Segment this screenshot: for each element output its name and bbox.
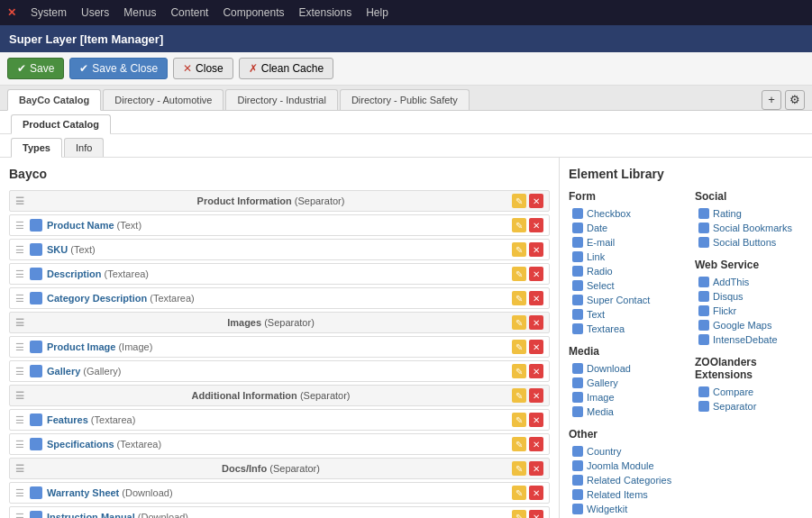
delete-separator-button[interactable]: ✕ bbox=[529, 388, 543, 403]
lib-item[interactable]: Checkbox bbox=[569, 206, 677, 221]
lib-item[interactable]: Country bbox=[569, 444, 677, 459]
subtab-product-catalog[interactable]: Product Catalog bbox=[11, 114, 111, 134]
save-button[interactable]: ✔ Save bbox=[7, 58, 64, 79]
edit-field-button[interactable]: ✎ bbox=[512, 267, 526, 281]
left-panel: Bayco ☰ Product Information (Separator) … bbox=[0, 158, 560, 518]
edit-field-button[interactable]: ✎ bbox=[512, 486, 526, 500]
lib-item[interactable]: Media bbox=[569, 404, 677, 419]
edit-field-button[interactable]: ✎ bbox=[512, 437, 526, 451]
close-button[interactable]: ✕ Close bbox=[173, 58, 233, 79]
drag-handle-icon: ☰ bbox=[15, 366, 24, 377]
drag-handle-icon: ☰ bbox=[15, 390, 24, 402]
delete-separator-button[interactable]: ✕ bbox=[529, 461, 543, 476]
lib-item[interactable]: Gallery bbox=[569, 376, 677, 390]
lib-item[interactable]: Link bbox=[569, 250, 677, 264]
edit-field-button[interactable]: ✎ bbox=[512, 510, 526, 518]
field-name: Product Name bbox=[47, 220, 114, 231]
lib-item[interactable]: Related Items bbox=[569, 487, 677, 502]
lib-item[interactable]: Google Maps bbox=[695, 318, 803, 332]
separator-label: Docs/Info (Separator) bbox=[30, 463, 512, 474]
edit-field-button[interactable]: ✎ bbox=[512, 242, 526, 257]
delete-field-button[interactable]: ✕ bbox=[529, 218, 543, 232]
lib-item-label: Text bbox=[587, 309, 605, 320]
lib-item[interactable]: Compare bbox=[695, 385, 803, 399]
lib-item[interactable]: Textarea bbox=[569, 322, 677, 336]
menu-menus[interactable]: Menus bbox=[123, 6, 156, 19]
lib-item[interactable]: Date bbox=[569, 221, 677, 235]
delete-field-button[interactable]: ✕ bbox=[529, 242, 543, 257]
lib-item[interactable]: Text bbox=[569, 307, 677, 322]
tab-bayco-catalog[interactable]: BayCo Catalog bbox=[7, 89, 101, 111]
lib-item-icon bbox=[572, 446, 583, 457]
edit-separator-button[interactable]: ✎ bbox=[512, 461, 526, 476]
delete-field-button[interactable]: ✕ bbox=[529, 267, 543, 281]
lib-item[interactable]: Super Contact bbox=[569, 293, 677, 307]
delete-separator-button[interactable]: ✕ bbox=[529, 315, 543, 330]
lib-item[interactable]: Disqus bbox=[695, 289, 803, 304]
lib-item[interactable]: Widgetkit bbox=[569, 502, 677, 516]
menu-extensions[interactable]: Extensions bbox=[298, 6, 351, 19]
lib-item-label: IntenseDebate bbox=[713, 334, 778, 345]
subtab-types[interactable]: Types bbox=[11, 138, 62, 158]
lib-section-title: Media bbox=[569, 345, 677, 358]
menu-users[interactable]: Users bbox=[81, 6, 109, 19]
lib-item[interactable]: Joomla Module bbox=[569, 459, 677, 473]
lib-item[interactable]: Download bbox=[569, 361, 677, 376]
field-type: (Gallery) bbox=[83, 366, 121, 377]
delete-field-button[interactable]: ✕ bbox=[529, 413, 543, 427]
field-actions: ✎ ✕ bbox=[512, 242, 543, 257]
lib-item[interactable]: Separator bbox=[695, 399, 803, 413]
lib-item[interactable]: Related Categories bbox=[569, 473, 677, 487]
right-panel: Element Library FormCheckboxDateE-mailLi… bbox=[560, 158, 812, 518]
lib-item[interactable]: E-mail bbox=[569, 235, 677, 250]
edit-field-button[interactable]: ✎ bbox=[512, 340, 526, 354]
field-type-icon bbox=[30, 219, 42, 232]
lib-section: OtherCountryJoomla ModuleRelated Categor… bbox=[569, 428, 677, 516]
edit-field-button[interactable]: ✎ bbox=[512, 413, 526, 427]
delete-field-button[interactable]: ✕ bbox=[529, 364, 543, 378]
delete-field-button[interactable]: ✕ bbox=[529, 437, 543, 451]
delete-separator-button[interactable]: ✕ bbox=[529, 194, 543, 208]
field-row: ☰ Description (Textarea) ✎ ✕ bbox=[9, 263, 550, 285]
lib-item-icon bbox=[572, 223, 583, 233]
lib-item[interactable]: Rating bbox=[695, 206, 803, 221]
edit-separator-button[interactable]: ✎ bbox=[512, 388, 526, 403]
menu-help[interactable]: Help bbox=[366, 6, 388, 19]
edit-field-button[interactable]: ✎ bbox=[512, 291, 526, 305]
lib-item-label: E-mail bbox=[587, 237, 615, 248]
tab-dir-public-safety[interactable]: Directory - Public Safety bbox=[340, 89, 470, 110]
lib-item[interactable]: IntenseDebate bbox=[695, 332, 803, 347]
lib-item-icon bbox=[572, 504, 583, 514]
lib-item[interactable]: Social Buttons bbox=[695, 235, 803, 250]
add-tab-button[interactable]: + bbox=[762, 90, 781, 110]
lib-item[interactable]: Social Bookmarks bbox=[695, 221, 803, 235]
lib-item-icon bbox=[698, 208, 709, 219]
menu-content[interactable]: Content bbox=[170, 6, 208, 19]
subtabs: Product Catalog bbox=[0, 111, 812, 134]
lib-item[interactable]: Flickr bbox=[695, 304, 803, 318]
lib-item[interactable]: AddThis bbox=[695, 275, 803, 289]
edit-field-button[interactable]: ✎ bbox=[512, 218, 526, 232]
delete-field-button[interactable]: ✕ bbox=[529, 486, 543, 500]
lib-item[interactable]: Radio bbox=[569, 264, 677, 278]
edit-field-button[interactable]: ✎ bbox=[512, 364, 526, 378]
edit-separator-button[interactable]: ✎ bbox=[512, 194, 526, 208]
clean-cache-button[interactable]: ✗ Clean Cache bbox=[239, 58, 333, 79]
delete-field-button[interactable]: ✕ bbox=[529, 510, 543, 518]
menu-components[interactable]: Components bbox=[223, 6, 284, 19]
delete-field-button[interactable]: ✕ bbox=[529, 340, 543, 354]
lib-item[interactable]: Select bbox=[569, 278, 677, 293]
field-type: (Textarea) bbox=[105, 268, 150, 279]
lib-item-icon bbox=[698, 334, 709, 345]
edit-separator-button[interactable]: ✎ bbox=[512, 315, 526, 330]
lib-item-label: Related Categories bbox=[587, 475, 671, 486]
lib-item[interactable]: Image bbox=[569, 390, 677, 404]
subtab-info[interactable]: Info bbox=[64, 138, 104, 157]
menu-system[interactable]: System bbox=[31, 6, 67, 19]
save-close-button[interactable]: ✔ Save & Close bbox=[69, 58, 168, 79]
delete-field-button[interactable]: ✕ bbox=[529, 291, 543, 305]
tab-dir-automotive[interactable]: Directory - Automotive bbox=[103, 89, 224, 110]
settings-tab-button[interactable]: ⚙ bbox=[785, 90, 805, 110]
tab-dir-industrial[interactable]: Directory - Industrial bbox=[225, 89, 337, 110]
field-type-icon bbox=[30, 413, 42, 426]
